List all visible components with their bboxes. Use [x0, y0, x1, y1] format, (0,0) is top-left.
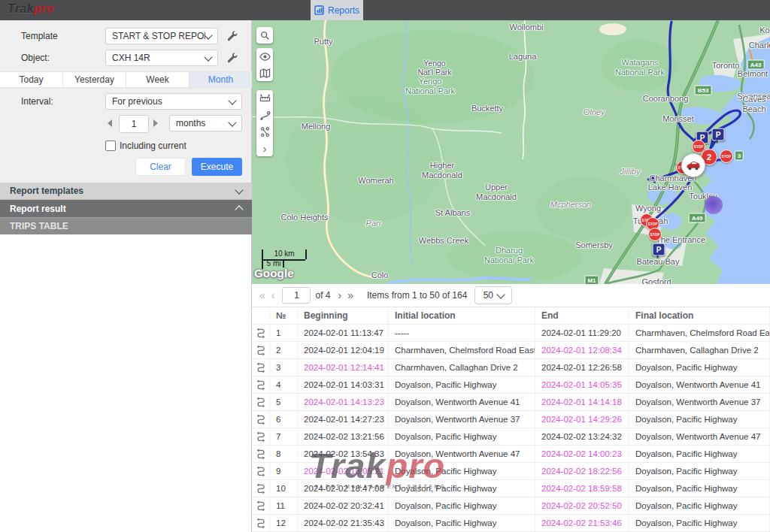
- cell-final-location: Doyalson, Pacific Highway: [629, 359, 770, 376]
- interval-count-input[interactable]: 1: [119, 115, 149, 133]
- last-page-button[interactable]: »: [344, 289, 356, 301]
- measure-ruler-button[interactable]: [256, 90, 273, 107]
- cell-end: 2024-02-01 12:08:34: [535, 342, 629, 358]
- table-row[interactable]: 22024-02-01 12:04:19Charmhaven, Chelmsfo…: [252, 342, 770, 359]
- table-row[interactable]: 122024-02-02 21:35:43Doyalson, Pacific H…: [252, 515, 770, 532]
- cell-initial-location: Charmhaven, Chelmsford Road East: [389, 342, 535, 358]
- table-row[interactable]: 112024-02-02 20:32:41Doyalson, Pacific H…: [252, 497, 770, 515]
- stop-marker[interactable]: STOP: [648, 228, 662, 241]
- template-select[interactable]: START & STOP REPOR...: [105, 28, 218, 44]
- table-row[interactable]: 92024-02-02 18:05:21Doyalson, Pacific Hi…: [252, 463, 770, 480]
- trip-icon: [256, 482, 266, 494]
- car-icon: [686, 161, 701, 171]
- cell-begin: 2024-02-02 18:05:21: [298, 463, 389, 479]
- cluster-points-button[interactable]: [256, 123, 273, 140]
- page-size-select[interactable]: 50: [474, 286, 512, 304]
- parking-marker[interactable]: P: [653, 243, 665, 256]
- cell-trip-icon: [252, 394, 270, 410]
- cell-end: 2024-02-01 11:29:20: [535, 325, 629, 341]
- cell-initial-location: Doyalson, Wentworth Avenue 47: [389, 446, 535, 462]
- cell-trip-icon: [252, 325, 270, 341]
- cell-initial-location: -----: [389, 325, 535, 341]
- range-tab-month[interactable]: Month: [189, 72, 252, 87]
- map-layers-button[interactable]: [256, 65, 273, 81]
- table-row[interactable]: 82024-02-02 13:54:33Doyalson, Wentworth …: [252, 446, 770, 463]
- purple-cluster-marker[interactable]: [705, 196, 723, 214]
- including-current-checkbox[interactable]: [105, 141, 116, 151]
- nodes-icon: [259, 126, 271, 138]
- cell-trip-icon: [252, 515, 270, 531]
- first-page-button[interactable]: «: [256, 289, 268, 301]
- eye-icon: [259, 51, 271, 62]
- tab-reports[interactable]: Reports: [311, 0, 363, 20]
- map-canvas[interactable]: WollombiPuttyLagunaYengo Nat'l ParkYengo…: [252, 20, 770, 284]
- interval-unit-select[interactable]: months: [169, 115, 242, 131]
- cell-end: 2024-02-02 18:59:58: [535, 480, 629, 497]
- cell-end: 2024-02-01 14:29:26: [535, 411, 629, 428]
- chevron-up-icon: [235, 205, 243, 213]
- cell-trip-icon: [252, 359, 270, 376]
- stop-marker[interactable]: STOP: [720, 150, 733, 163]
- object-settings-wrench-icon[interactable]: [226, 51, 239, 65]
- table-row[interactable]: 52024-02-01 14:13:23Doyalson, Wentworth …: [252, 394, 770, 411]
- date-range-tabs: TodayYesterdayWeekMonth: [0, 71, 252, 88]
- range-tab-today[interactable]: Today: [0, 72, 63, 87]
- cell-initial-location: Doyalson, Pacific Highway: [389, 428, 535, 445]
- section-trips-table[interactable]: TRIPS TABLE: [0, 217, 252, 234]
- stepper-increment-button[interactable]: [153, 119, 158, 127]
- table-row[interactable]: 62024-02-01 14:27:23Doyalson, Wentworth …: [252, 411, 770, 428]
- vehicle-marker[interactable]: [681, 153, 705, 177]
- route-icon: [259, 110, 271, 121]
- column-header: Beginning: [298, 307, 389, 324]
- prev-page-button[interactable]: ‹: [268, 289, 278, 301]
- chevron-down-icon: [204, 31, 212, 39]
- interval-unit-value: months: [176, 118, 205, 128]
- range-tab-yesterday[interactable]: Yesterday: [63, 72, 126, 87]
- section-report-result[interactable]: Report result: [0, 200, 252, 217]
- map-search-button[interactable]: [256, 27, 273, 44]
- table-row[interactable]: 102024-02-02 18:47:08Doyalson, Pacific H…: [252, 480, 770, 497]
- clear-button[interactable]: Clear: [135, 158, 186, 176]
- column-header: Final location: [629, 307, 770, 324]
- template-settings-wrench-icon[interactable]: [226, 29, 239, 43]
- pagination-bar: « ‹ 1 of 4 › » Items from 1 to 50 of 164…: [252, 284, 770, 307]
- page-number-input[interactable]: 1: [282, 287, 311, 304]
- expand-tools-button[interactable]: ›: [256, 140, 273, 156]
- table-row[interactable]: 72024-02-02 13:21:56Doyalson, Pacific Hi…: [252, 428, 770, 446]
- map-visibility-button[interactable]: [256, 48, 273, 65]
- cell-final-location: Doyalson, Pacific Highway: [629, 411, 770, 428]
- trips-table: №BeginningInitial locationEndFinal locat…: [252, 307, 770, 532]
- next-page-button[interactable]: ›: [335, 289, 344, 301]
- cell-trip-icon: [252, 446, 270, 462]
- cell-number: 9: [270, 463, 298, 479]
- cell-begin: 2024-02-01 14:03:31: [298, 376, 389, 393]
- cell-final-location: Doyalson, Pacific Highway: [629, 463, 770, 479]
- stepper-decrement-button[interactable]: [108, 119, 112, 127]
- execute-button[interactable]: Execute: [192, 158, 242, 176]
- trip-icon: [256, 465, 266, 477]
- interval-select[interactable]: For previous: [105, 93, 242, 110]
- table-row[interactable]: 32024-02-01 12:14:41Charmhaven, Callagha…: [252, 359, 770, 376]
- cell-number: 10: [270, 480, 298, 497]
- cell-end: 2024-02-01 14:05:35: [535, 376, 629, 393]
- cell-number: 8: [270, 446, 298, 462]
- cell-begin: 2024-02-02 13:54:33: [298, 446, 389, 462]
- object-select[interactable]: CXH 14R: [105, 50, 218, 66]
- chevron-down-icon: [204, 53, 212, 61]
- cell-number: 12: [270, 515, 298, 531]
- section-report-templates[interactable]: Report templates: [0, 183, 252, 200]
- range-tab-week[interactable]: Week: [126, 72, 189, 87]
- route-button[interactable]: [256, 107, 273, 123]
- parking-marker[interactable]: P: [712, 128, 725, 141]
- map-icon: [259, 68, 271, 79]
- cell-end: 2024-02-01 12:26:58: [535, 359, 629, 376]
- column-header: [252, 307, 270, 324]
- table-row[interactable]: 42024-02-01 14:03:31Doyalson, Pacific Hi…: [252, 376, 770, 394]
- cell-initial-location: Doyalson, Pacific Highway: [389, 497, 535, 514]
- sidebar: Template START & STOP REPOR... Object: C…: [0, 20, 252, 532]
- cell-final-location: Doyalson, Pacific Highway: [629, 497, 770, 514]
- cell-final-location: Doyalson, Wentworth Avenue 37: [629, 394, 770, 410]
- cell-end: 2024-02-02 18:22:56: [535, 463, 629, 479]
- column-header: End: [535, 307, 629, 324]
- table-row[interactable]: 12024-02-01 11:13:47-----2024-02-01 11:2…: [252, 325, 770, 342]
